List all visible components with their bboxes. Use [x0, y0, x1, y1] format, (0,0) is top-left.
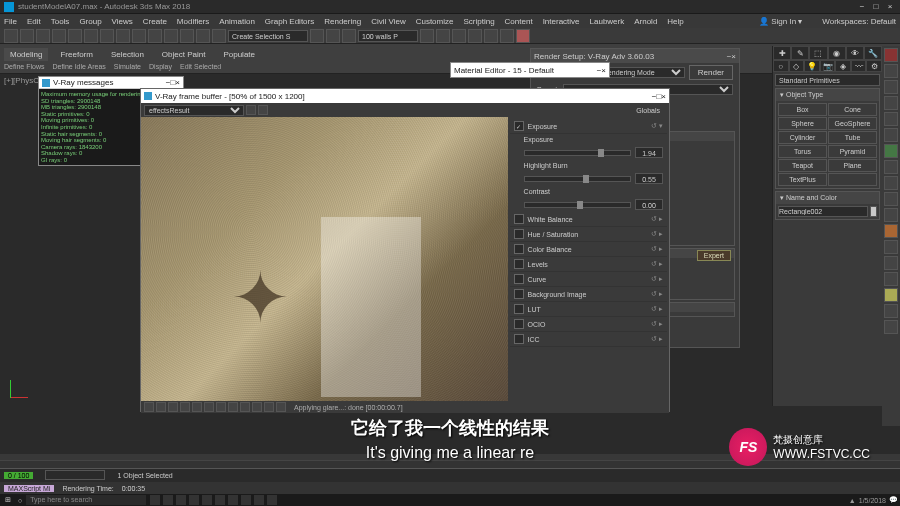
taskbar-app-icon[interactable]: [215, 495, 225, 505]
maxscript-listener[interactable]: MAXScript Mi: [4, 485, 54, 492]
toolbar-button[interactable]: [68, 29, 82, 43]
toolbar-button[interactable]: [326, 29, 340, 43]
menu-views[interactable]: Views: [112, 17, 133, 26]
toolbar-button[interactable]: [84, 29, 98, 43]
ribbon-btn-edit-selected[interactable]: Edit Selected: [180, 63, 221, 70]
cylinder-button[interactable]: Cylinder: [778, 131, 827, 144]
cc-icc[interactable]: ICC↺▸: [510, 332, 667, 347]
menu-civil-view[interactable]: Civil View: [371, 17, 406, 26]
object-type-rollout[interactable]: ▾ Object Type: [776, 89, 879, 101]
axis-gizmo[interactable]: [10, 368, 40, 398]
name-color-rollout[interactable]: ▾ Name and Color: [776, 192, 879, 204]
close-button[interactable]: ×: [661, 92, 666, 101]
toolbar-button[interactable]: [116, 29, 130, 43]
modify-tab[interactable]: ✎: [791, 46, 809, 60]
vfb-status-button[interactable]: [192, 402, 202, 412]
toolbar-button[interactable]: [484, 29, 498, 43]
expand-icon[interactable]: ▾: [659, 122, 663, 130]
globals-label[interactable]: Globals: [636, 107, 660, 114]
material-editor-window[interactable]: Material Editor - 15 - Default − ×: [450, 62, 610, 78]
toolbar-button[interactable]: [342, 29, 356, 43]
vfb-status-button[interactable]: [264, 402, 274, 412]
menu-animation[interactable]: Animation: [219, 17, 255, 26]
strip-button[interactable]: [884, 128, 898, 142]
toolbar-button[interactable]: [196, 29, 210, 43]
menu-help[interactable]: Help: [667, 17, 683, 26]
strip-button[interactable]: [884, 112, 898, 126]
strip-button[interactable]: [884, 240, 898, 254]
exposure-group-row[interactable]: Exposure ↺▾: [510, 119, 667, 134]
vfb-status-button[interactable]: [156, 402, 166, 412]
ribbon-tab-object-paint[interactable]: Object Paint: [156, 48, 212, 61]
strip-button[interactable]: [884, 192, 898, 206]
menu-rendering[interactable]: Rendering: [324, 17, 361, 26]
strip-button[interactable]: [884, 48, 898, 62]
vfb-status-button[interactable]: [204, 402, 214, 412]
vfb-tool-button[interactable]: [246, 105, 256, 115]
strip-button[interactable]: [884, 144, 898, 158]
clock[interactable]: 1/5/2018: [859, 497, 886, 504]
toolbar-button[interactable]: [420, 29, 434, 43]
teapot-button[interactable]: Teapot: [778, 159, 827, 172]
start-button[interactable]: ⊞: [2, 495, 14, 505]
toolbar-button[interactable]: [132, 29, 146, 43]
exposure-checkbox[interactable]: [514, 121, 524, 131]
cc-color-balance[interactable]: Color Balance↺▸: [510, 242, 667, 257]
vfb-status-button[interactable]: [180, 402, 190, 412]
menu-customize[interactable]: Customize: [416, 17, 454, 26]
strip-button[interactable]: [884, 304, 898, 318]
menu-graph-editors[interactable]: Graph Editors: [265, 17, 314, 26]
pyramid-button[interactable]: Pyramid: [828, 145, 877, 158]
toolbar-button[interactable]: [468, 29, 482, 43]
ribbon-btn-define-flows[interactable]: Define Flows: [4, 63, 44, 70]
spacewarps-icon[interactable]: 〰: [851, 60, 867, 72]
strip-button[interactable]: [884, 320, 898, 334]
contrast-value[interactable]: 0.00: [635, 199, 663, 210]
render-button[interactable]: Render: [689, 65, 733, 80]
strip-button[interactable]: [884, 256, 898, 270]
strip-button[interactable]: [884, 208, 898, 222]
textplus-button[interactable]: TextPlus: [778, 173, 827, 186]
cc-background-image[interactable]: Background Image↺▸: [510, 287, 667, 302]
helpers-icon[interactable]: ◈: [835, 60, 851, 72]
minimize-button[interactable]: −: [856, 2, 868, 12]
ribbon-btn-define-idle[interactable]: Define Idle Areas: [52, 63, 105, 70]
render-output-view[interactable]: [141, 117, 508, 401]
highlight-value[interactable]: 0.55: [635, 173, 663, 184]
object-color-swatch[interactable]: [870, 206, 877, 217]
toolbar-button[interactable]: [436, 29, 450, 43]
cone-button[interactable]: Cone: [828, 103, 877, 116]
strip-button[interactable]: [884, 176, 898, 190]
menu-group[interactable]: Group: [79, 17, 101, 26]
create-selection-set[interactable]: Create Selection S: [228, 30, 308, 42]
ribbon-tab-modeling[interactable]: Modeling: [4, 48, 48, 61]
strip-button[interactable]: [884, 288, 898, 302]
strip-button[interactable]: [884, 64, 898, 78]
toolbar-button[interactable]: [452, 29, 466, 43]
menu-file[interactable]: File: [4, 17, 17, 26]
ribbon-tab-populate[interactable]: Populate: [217, 48, 261, 61]
taskbar-app-icon[interactable]: [254, 495, 264, 505]
toolbar-button[interactable]: [164, 29, 178, 43]
menu-tools[interactable]: Tools: [51, 17, 70, 26]
shapes-icon[interactable]: ◇: [789, 60, 805, 72]
toolbar-button[interactable]: [20, 29, 34, 43]
menu-create[interactable]: Create: [143, 17, 167, 26]
display-tab[interactable]: 👁: [846, 46, 864, 60]
strip-button[interactable]: [884, 80, 898, 94]
toolbar-button[interactable]: [180, 29, 194, 43]
workspace-selector[interactable]: Workspaces: Default: [822, 17, 896, 26]
menu-modifiers[interactable]: Modifiers: [177, 17, 209, 26]
menu-laubwerk[interactable]: Laubwerk: [590, 17, 625, 26]
box-button[interactable]: Box: [778, 103, 827, 116]
sphere-button[interactable]: Sphere: [778, 117, 827, 130]
ribbon-tab-selection[interactable]: Selection: [105, 48, 150, 61]
taskbar-app-icon[interactable]: [176, 495, 186, 505]
toolbar-button[interactable]: [100, 29, 114, 43]
exposure-value[interactable]: 1.94: [635, 147, 663, 158]
exposure-slider[interactable]: [524, 150, 631, 156]
cc-hue-saturation[interactable]: Hue / Saturation↺▸: [510, 227, 667, 242]
sign-in-link[interactable]: 👤 Sign In ▾: [759, 17, 802, 26]
lights-icon[interactable]: 💡: [804, 60, 820, 72]
geometry-icon[interactable]: ○: [773, 60, 789, 72]
